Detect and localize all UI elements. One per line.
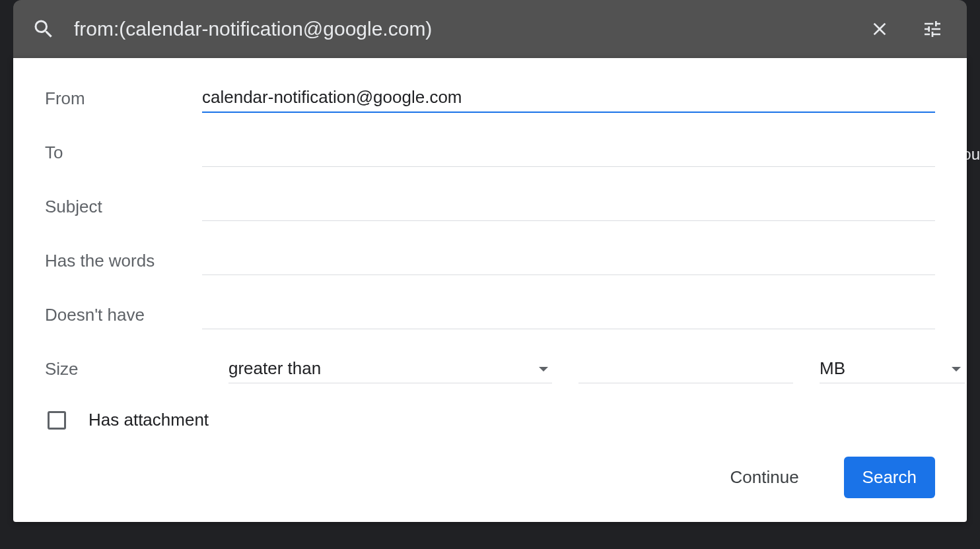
from-input[interactable] — [202, 84, 935, 113]
size-comparator-value: greater than — [228, 356, 539, 383]
size-row: Size greater than MB — [45, 356, 935, 383]
button-row: Continue Search — [45, 457, 935, 498]
size-label: Size — [45, 359, 202, 383]
from-row: From — [45, 84, 935, 113]
search-actions — [864, 13, 948, 45]
tune-icon — [922, 18, 943, 40]
has-attachment-row: Has attachment — [45, 410, 935, 430]
has-words-row: Has the words — [45, 247, 935, 275]
search-button[interactable]: Search — [844, 457, 935, 498]
search-icon — [32, 17, 55, 41]
search-input[interactable] — [55, 18, 864, 40]
doesnt-have-row: Doesn't have — [45, 302, 935, 329]
search-bar — [13, 0, 967, 58]
from-label: From — [45, 88, 202, 113]
subject-label: Subject — [45, 197, 202, 221]
has-attachment-checkbox[interactable] — [48, 411, 66, 430]
search-options-button[interactable] — [917, 13, 948, 45]
continue-button[interactable]: Continue — [712, 457, 818, 498]
chevron-down-icon — [952, 367, 961, 371]
size-value-input[interactable] — [578, 356, 793, 383]
size-unit-select[interactable]: MB — [820, 356, 965, 383]
clear-search-button[interactable] — [864, 13, 895, 45]
doesnt-have-label: Doesn't have — [45, 305, 202, 329]
chevron-down-icon — [539, 367, 548, 371]
subject-row: Subject — [45, 193, 935, 221]
has-words-label: Has the words — [45, 251, 202, 275]
to-row: To — [45, 139, 935, 167]
to-label: To — [45, 143, 202, 167]
has-words-input[interactable] — [202, 247, 935, 275]
size-comparator-select[interactable]: greater than — [228, 356, 552, 383]
has-attachment-label: Has attachment — [88, 410, 209, 430]
close-icon — [869, 18, 890, 40]
size-unit-value: MB — [820, 356, 952, 383]
doesnt-have-input[interactable] — [202, 302, 935, 329]
to-input[interactable] — [202, 139, 935, 167]
subject-input[interactable] — [202, 193, 935, 221]
filter-panel: From To Subject Has the words Doesn't ha… — [13, 58, 967, 522]
